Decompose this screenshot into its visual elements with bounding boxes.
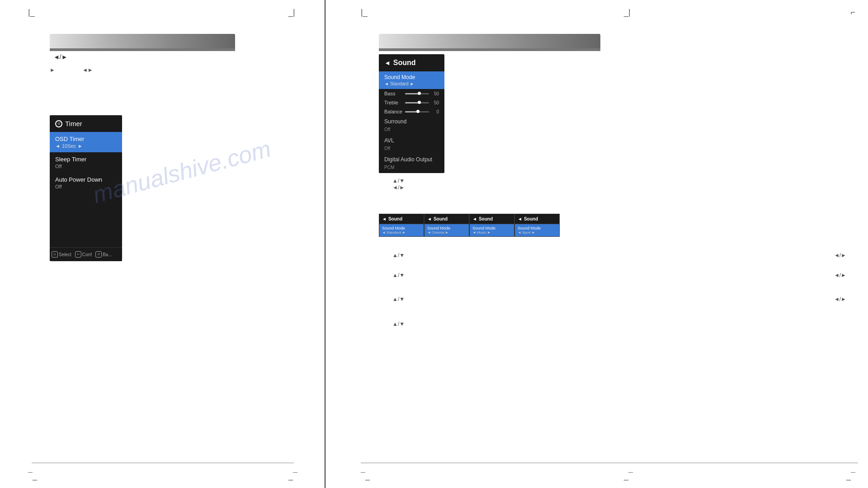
avl-label: AVL [384, 137, 439, 144]
tm-larrow: ◄ [472, 230, 476, 235]
thumb-cinema-title: Sound [434, 216, 448, 221]
sleep-timer-value: Off [55, 164, 117, 169]
sound-mode-value: ◄ Standard ► [384, 81, 439, 86]
balance-fill [405, 111, 417, 113]
sound-thumb-cinema[interactable]: ◄ Sound Sound Mode ◄ Cinema ► [424, 214, 469, 237]
osd-timer-label: OSD Timer [55, 136, 117, 142]
sm-right-arrow: ► [410, 81, 415, 86]
treble-track[interactable] [405, 102, 429, 103]
tsp-larrow: ◄ [518, 230, 521, 235]
thumb-standard-mode-val: ◄ Standard ► [382, 230, 421, 235]
balance-thumb [416, 110, 420, 113]
sound-thumb-sport[interactable]: ◄ Sound Sound Mode ◄ Sport ► [514, 214, 560, 237]
thumb-sport-body: Sound Mode ◄ Sport ► [515, 224, 559, 236]
corner-bl: ¯_ [28, 472, 37, 480]
bass-track[interactable] [405, 93, 429, 94]
corner-rbr: _¯ [846, 472, 855, 480]
timer-item-autopowerdown[interactable]: Auto Power Down Off [50, 173, 122, 193]
osd-right-arrow: ► [78, 143, 83, 149]
thumb-music-mode-label: Sound Mode [472, 226, 511, 230]
timer-item-sleep[interactable]: Sleep Timer Off [50, 152, 122, 173]
timer-title: Timer [65, 120, 82, 127]
thumb-music-mode-val: ◄ Music ► [472, 230, 511, 235]
digital-audio-item[interactable]: Digital Audio Output PCM [379, 154, 444, 173]
sleep-timer-label: Sleep Timer [55, 156, 117, 163]
balance-track[interactable] [405, 111, 429, 113]
timer-item-osd[interactable]: OSD Timer ◄ 10Sec ► [50, 132, 122, 152]
left-panel: |_ _| ◄/► ► ◄► ⊙ Timer OSD Timer ◄ 10Sec… [0, 0, 325, 488]
nav-updown-4-text: ▲/▼ [392, 296, 405, 302]
surround-item[interactable]: Surround Off [379, 116, 444, 135]
balance-slider-row: Balance 0 [379, 107, 444, 116]
bottom-line-right [361, 463, 858, 463]
nav-bar-left-bottom [50, 48, 235, 51]
nav-updown-5: ▲/▼ [392, 321, 405, 327]
nav-bar-right-bottom [379, 48, 600, 51]
nav-updown-4: ▲/▼ [392, 296, 405, 302]
nav-updown-5-text: ▲/▼ [392, 321, 405, 327]
bass-value: 50 [432, 91, 439, 96]
thumb-sport-icon: ◄ [518, 216, 522, 221]
select-icon: ⊙ [52, 251, 58, 258]
nav-updown-3: ▲/▼ [392, 272, 405, 278]
nav-leftright-3: ◄/► [834, 272, 846, 278]
bass-thumb [418, 92, 421, 95]
bass-label: Bass [384, 91, 402, 96]
nav-arrows-left: ◄/► [53, 53, 68, 61]
treble-thumb [418, 101, 421, 104]
timer-icon: ⊙ [55, 120, 62, 127]
thumb-music-header: ◄ Sound [470, 214, 514, 224]
corner-rbc: _¯ [624, 472, 633, 480]
nav-arrows-text: ◄/► [53, 53, 68, 61]
sound-thumb-standard[interactable]: ◄ Sound Sound Mode ◄ Standard ► [379, 214, 424, 237]
nav-arrow-right: ► [50, 67, 55, 73]
treble-value: 50 [432, 100, 439, 105]
tc-val: Cinema [432, 230, 444, 235]
thumb-sport-mode-label: Sound Mode [518, 226, 557, 230]
treble-label: Treble [384, 100, 402, 105]
footer-back: ↺ Ba... [95, 251, 112, 258]
tc-rarrow: ► [445, 230, 449, 235]
osd-val-text: 10Sec [62, 143, 76, 149]
sm-left-arrow: ◄ [384, 81, 389, 86]
nav-leftright-text-1: ◄/► [392, 184, 405, 191]
footer-select: ⊙ Select [52, 251, 71, 258]
nav-updown-2: ▲/▼ [392, 252, 405, 258]
sound-speaker-icon: ◄ [384, 59, 391, 66]
footer-confirm: ↩ Conf [75, 251, 92, 258]
sound-thumb-music[interactable]: ◄ Sound Sound Mode ◄ Music ► [469, 214, 514, 237]
bass-slider-row: Bass 50 [379, 89, 444, 98]
ts-val: Standard [387, 230, 401, 235]
nav-bar-right [379, 34, 600, 48]
timer-footer: ⊙ Select ↩ Conf ↺ Ba... [50, 247, 122, 261]
sound-menu-title: Sound [393, 59, 416, 67]
tc-larrow: ◄ [427, 230, 431, 235]
footer-back-label: Ba... [103, 252, 112, 257]
corner-rtr: ⌐ [850, 8, 855, 16]
corner-bc: _¯ [288, 472, 297, 480]
nav-leftright-3-text: ◄/► [834, 272, 846, 278]
thumb-music-title: Sound [479, 216, 493, 221]
nav-updown-text-1: ▲/▼ [392, 178, 405, 184]
tsp-val: Sport [522, 230, 531, 235]
treble-fill [405, 102, 418, 103]
thumb-standard-body: Sound Mode ◄ Standard ► [379, 224, 424, 236]
sound-menu-header: ◄ Sound [379, 54, 444, 71]
timer-menu: ⊙ Timer OSD Timer ◄ 10Sec ► Sleep Timer … [50, 115, 122, 261]
nav-bar-left [50, 34, 235, 48]
avl-item[interactable]: AVL Off [379, 135, 444, 154]
balance-label: Balance [384, 109, 402, 114]
thumb-cinema-mode-val: ◄ Cinema ► [427, 230, 466, 235]
right-panel: |_ _| ⌐ Sound ◄ Sound Sound Mode ◄ Stand… [326, 0, 868, 488]
thumb-music-body: Sound Mode ◄ Music ► [470, 224, 514, 236]
thumb-cinema-header: ◄ Sound [425, 214, 469, 224]
sound-thumbs-row: ◄ Sound Sound Mode ◄ Standard ► ◄ Sound … [379, 214, 560, 237]
thumb-music-icon: ◄ [472, 216, 477, 221]
tsp-rarrow: ► [532, 230, 535, 235]
sound-mode-item[interactable]: Sound Mode ◄ Standard ► [379, 71, 444, 89]
surround-value: Off [384, 127, 390, 132]
digital-audio-label: Digital Audio Output [384, 156, 439, 163]
osd-left-arrow: ◄ [55, 143, 60, 149]
surround-label: Surround [384, 118, 439, 125]
nav-item-row: ► ◄► [50, 67, 93, 73]
